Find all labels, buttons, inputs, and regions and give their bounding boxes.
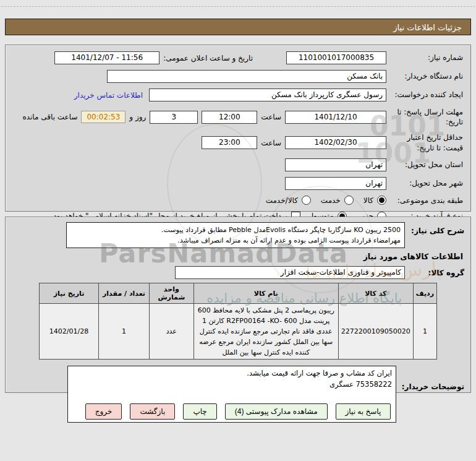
validity-hour-label: ساعت xyxy=(261,139,281,147)
buyer-notes-line-1: ایران کد مشاب و صرفا جهت ارائه قیمت میاب… xyxy=(72,368,392,379)
announce-label: تاریخ و ساعت اعلان عمومی: xyxy=(163,54,253,62)
description-box[interactable]: 2500 ریبون KO سازگاربا چاپگر دستگاه Evol… xyxy=(66,222,405,248)
radio-goods-service-label: کالا/خدمت xyxy=(266,196,298,205)
need-info-panel: شماره نیاز: 1101001017000835 تاریخ و ساع… xyxy=(5,45,471,212)
top-divider xyxy=(1,6,475,7)
city-label: شهر محل تحویل: xyxy=(390,178,463,188)
page: جزئیات اطلاعات نیاز شماره نیاز: 11010010… xyxy=(0,0,476,461)
items-heading: اطلاعات کالاهای مورد نیاز xyxy=(13,252,463,261)
header-row-index: ردیف xyxy=(413,283,436,304)
remaining-hours-label: ساعت باقی مانده xyxy=(22,113,77,121)
header-item-code: کد کالا xyxy=(338,283,413,304)
row-validity: حداقل تاریخ اعتبار قیمت: تا تاریخ: 1402/… xyxy=(13,132,463,152)
category-label: طبقه بندی موضوعی: xyxy=(390,196,463,205)
creator-label: ایجاد کننده درخواست: xyxy=(390,90,463,100)
validity-date-field[interactable]: 1402/02/30 xyxy=(285,136,386,149)
row-category: طبقه بندی موضوعی: کالا خدمت کالا/خدمت xyxy=(13,196,463,205)
radio-goods[interactable] xyxy=(377,196,386,205)
countdown-timer: 00:02:53 xyxy=(81,111,125,123)
deadline-hour-label: ساعت xyxy=(261,113,281,121)
validity-time-field[interactable]: 23:00 xyxy=(202,136,257,149)
deadline-days-field[interactable]: 3 xyxy=(150,111,198,124)
page-title: جزئیات اطلاعات نیاز xyxy=(5,19,471,35)
header-unit: واحد شمارش xyxy=(149,283,193,304)
buyer-name-field[interactable]: بانک مسکن xyxy=(107,70,386,83)
action-buttons: پاسخ به نیاز مشاهده مدارک پیوستی (4) چاپ… xyxy=(0,403,476,420)
row-buyer-name: نام دستگاه خریدار: بانک مسکن xyxy=(13,70,463,83)
buyer-notes-label: توضیحات خریدار: xyxy=(400,366,464,392)
row-deadline: مهلت ارسال پاسخ: تا تاریخ: 1401/12/10 سا… xyxy=(13,107,463,127)
view-attachments-button[interactable]: مشاهده مدارک پیوستی (4) xyxy=(225,403,328,420)
city-field[interactable]: تهران xyxy=(285,177,386,190)
table-row: 1 2272200109050020 ریبون پریماسی 2 پنل م… xyxy=(40,304,437,360)
description-label: شرح کلی نیاز: xyxy=(409,222,464,236)
need-items-panel: شرح کلی نیاز: 2500 ریبون KO سازگاربا چاپ… xyxy=(5,217,471,393)
province-field[interactable]: تهران xyxy=(285,158,386,171)
days-and-label: روز و xyxy=(129,113,146,121)
radio-service[interactable] xyxy=(344,196,354,205)
radio-goods-service[interactable] xyxy=(302,196,311,205)
buyer-name-label: نام دستگاه خریدار: xyxy=(390,71,463,81)
row-province: استان محل تحویل: تهران xyxy=(13,158,463,171)
deadline-date-field[interactable]: 1401/12/10 xyxy=(285,111,386,124)
item-group-field[interactable]: کامپیوتر و فناوری اطلاعات-سخت افزار xyxy=(175,266,405,279)
row-need-number: شماره نیاز: 1101001017000835 تاریخ و ساع… xyxy=(13,51,463,64)
province-label: استان محل تحویل: xyxy=(390,160,463,170)
cell-need-date: 1402/01/28 xyxy=(40,304,99,360)
item-group-label: گروه کالا: xyxy=(409,268,464,278)
cell-row-index: 1 xyxy=(413,304,436,360)
announce-datetime-field[interactable]: 1401/12/07 - 11:56 xyxy=(54,51,159,64)
row-creator: ایجاد کننده درخواست: رسول عسگری کارپرداز… xyxy=(13,88,463,101)
deadline-label: مهلت ارسال پاسخ: تا تاریخ: xyxy=(390,107,463,127)
cell-item-code: 2272200109050020 xyxy=(338,304,413,360)
cell-unit: عدد xyxy=(149,304,193,360)
cell-quantity: 1 xyxy=(99,304,150,360)
header-quantity: تعداد / مقدار xyxy=(99,283,150,304)
header-item-name: نام کالا xyxy=(193,283,338,304)
row-city: شهر محل تحویل: تهران xyxy=(13,177,463,190)
creator-field[interactable]: رسول عسگری کارپرداز بانک مسکن xyxy=(149,88,386,101)
radio-goods-label: کالا xyxy=(363,196,373,205)
respond-to-need-button[interactable]: پاسخ به نیاز xyxy=(336,403,391,420)
items-table-header-row: ردیف کد کالا نام کالا واحد شمارش تعداد /… xyxy=(40,283,437,304)
buyer-notes-line-2: 75358222 عسگری xyxy=(72,379,392,390)
exit-button[interactable]: خروج xyxy=(85,403,122,420)
back-button[interactable]: بازگشت xyxy=(130,403,175,420)
description-line-1: 2500 ریبون KO سازگاربا چاپگر دستگاه Evol… xyxy=(70,225,401,235)
buyer-contact-link[interactable]: اطلاعات تماس خریدار xyxy=(74,91,143,100)
cell-item-name: ریبون پریماسی 2 پنل مشکی با لایه محافظ 6… xyxy=(193,304,338,360)
need-number-field[interactable]: 1101001017000835 xyxy=(286,51,386,64)
row-item-group: گروه کالا: کامپیوتر و فناوری اطلاعات-سخت… xyxy=(12,266,464,279)
description-line-2: مهرامضاء قرارداد پیوست الزامی بوده و عدم… xyxy=(70,235,401,246)
print-button[interactable]: چاپ xyxy=(183,403,216,420)
deadline-time-field[interactable]: 12:00 xyxy=(202,111,257,124)
need-number-label: شماره نیاز: xyxy=(390,53,463,62)
validity-label: حداقل تاریخ اعتبار قیمت: تا تاریخ: xyxy=(390,132,463,152)
radio-service-label: خدمت xyxy=(321,196,341,205)
row-description: شرح کلی نیاز: 2500 ریبون KO سازگاربا چاپ… xyxy=(12,222,464,248)
items-table: ردیف کد کالا نام کالا واحد شمارش تعداد /… xyxy=(39,283,437,360)
header-need-date: تاریخ نیاز xyxy=(40,283,99,304)
